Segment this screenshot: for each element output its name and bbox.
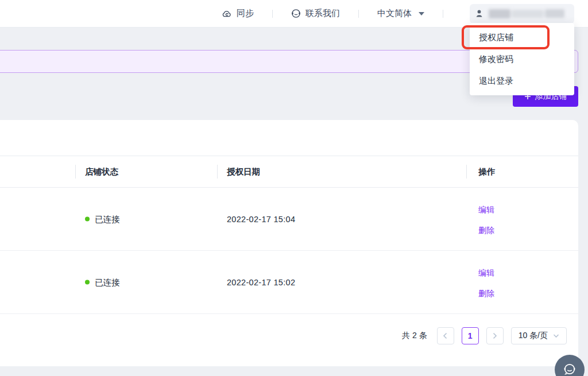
delete-link[interactable]: 删除 <box>478 226 494 236</box>
menu-item-logout[interactable]: 退出登录 <box>470 70 574 92</box>
user-name-redacted <box>489 9 564 18</box>
contact-us-label: 联系我们 <box>305 8 340 19</box>
column-divider <box>217 165 218 179</box>
menu-item-authorized-stores[interactable]: 授权店铺 <box>470 26 574 48</box>
sync-button[interactable]: 同步 <box>222 8 254 19</box>
status-dot-connected <box>85 280 90 285</box>
table-row: 已连接 2022-02-17 15:02 编辑 删除 <box>0 251 578 314</box>
page-1-button[interactable]: 1 <box>462 327 479 344</box>
auth-date-cell: 2022-02-17 15:04 <box>227 215 295 224</box>
chat-headset-icon <box>561 361 578 376</box>
column-divider <box>75 165 76 179</box>
page-size-select[interactable]: 10 条/页 <box>511 327 567 344</box>
status-label: 已连接 <box>95 214 120 224</box>
edit-link[interactable]: 编辑 <box>478 268 494 278</box>
headset-icon <box>291 9 301 18</box>
store-table-panel: 店铺状态 授权日期 操作 已连接 2022-02-17 15:04 编辑 删除 … <box>0 120 578 366</box>
support-chat-button[interactable] <box>555 355 585 376</box>
chevron-down-icon <box>553 334 559 338</box>
prev-page-button[interactable] <box>437 327 454 344</box>
auth-date-cell: 2022-02-17 15:02 <box>227 278 295 287</box>
header-auth-date: 授权日期 <box>227 156 260 187</box>
user-dropdown-menu: 授权店铺 修改密码 退出登录 <box>470 23 574 95</box>
chevron-right-icon <box>492 332 497 339</box>
status-dot-connected <box>85 217 90 222</box>
status-cell: 已连接 <box>85 277 120 288</box>
pagination: 共 2 条 1 10 条/页 <box>402 319 567 353</box>
user-avatar-icon <box>475 9 485 18</box>
status-cell: 已连接 <box>85 214 120 224</box>
language-selector[interactable]: 中文简体 <box>377 8 424 19</box>
chevron-left-icon <box>443 332 448 339</box>
next-page-button[interactable] <box>486 327 504 344</box>
table-header-row: 店铺状态 授权日期 操作 <box>0 156 578 188</box>
header-actions: 操作 <box>478 156 495 187</box>
status-label: 已连接 <box>95 277 120 288</box>
contact-us-button[interactable]: 联系我们 <box>291 8 340 19</box>
language-label: 中文简体 <box>377 8 412 19</box>
table-row: 已连接 2022-02-17 15:04 编辑 删除 <box>0 188 578 251</box>
sync-label: 同步 <box>237 8 254 19</box>
topbar-divider <box>358 10 359 18</box>
menu-item-change-password[interactable]: 修改密码 <box>470 48 574 70</box>
page-size-value: 10 条/页 <box>519 331 548 341</box>
edit-link[interactable]: 编辑 <box>478 205 494 215</box>
user-account-menu[interactable] <box>470 4 574 24</box>
cloud-sync-icon <box>222 9 232 18</box>
topbar-divider <box>272 10 273 18</box>
pagination-total: 共 2 条 <box>402 331 427 341</box>
chevron-down-icon <box>419 12 424 15</box>
topbar-divider <box>443 10 443 18</box>
delete-link[interactable]: 删除 <box>478 289 494 299</box>
header-store-status: 店铺状态 <box>85 156 118 187</box>
column-divider <box>466 165 467 179</box>
